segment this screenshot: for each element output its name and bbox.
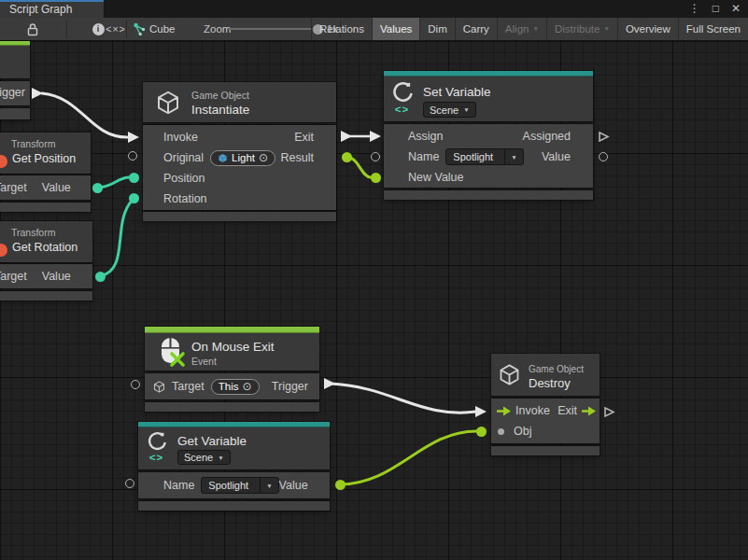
port-value-output[interactable] bbox=[92, 183, 103, 193]
port-trigger-output[interactable] bbox=[32, 88, 43, 99]
node-title: Get Position bbox=[12, 152, 76, 165]
port-label-target: Target bbox=[172, 380, 205, 393]
node-body[interactable]: Trigger bbox=[0, 81, 30, 105]
object-picker-icon[interactable]: ⊙ bbox=[259, 152, 268, 163]
target-object-field[interactable]: This ⊙ bbox=[211, 379, 260, 395]
full-screen-button[interactable]: Full Screen bbox=[678, 18, 748, 40]
port-target-input[interactable] bbox=[131, 380, 140, 389]
variable-name-dropdown[interactable]: Spotlight ▼ bbox=[201, 477, 278, 494]
dim-button[interactable]: Dim bbox=[419, 18, 454, 40]
wire-trigger-to-invoke[interactable] bbox=[42, 93, 127, 137]
relations-button[interactable]: Relations bbox=[311, 18, 372, 40]
node-body[interactable]: Target Value bbox=[0, 264, 92, 288]
port-new-value-input[interactable] bbox=[371, 173, 381, 183]
port-value-output[interactable] bbox=[599, 152, 608, 161]
chevron-down-icon: ▼ bbox=[504, 149, 522, 164]
port-assign-input[interactable] bbox=[370, 131, 381, 142]
port-label-trigger: Trigger bbox=[272, 380, 308, 393]
port-label-new-value: New Value bbox=[408, 171, 464, 184]
node-footer bbox=[143, 212, 336, 221]
node-header[interactable]: <> Set Variable Scene ▼ bbox=[384, 77, 593, 121]
node-body[interactable]: Name Spotlight ▼ Value bbox=[138, 472, 330, 498]
original-object-field[interactable]: Light ⊙ bbox=[210, 150, 275, 166]
port-name-input[interactable] bbox=[125, 479, 134, 488]
node-title: Set Variable bbox=[423, 85, 491, 99]
port-label-position: Position bbox=[163, 172, 205, 185]
carry-button[interactable]: Carry bbox=[455, 18, 497, 40]
toolbar-separator bbox=[126, 20, 127, 38]
chevron-down-icon: ▼ bbox=[260, 478, 277, 493]
lock-button[interactable] bbox=[22, 18, 43, 40]
event-color-bar bbox=[145, 327, 319, 333]
wires-layer bbox=[0, 41, 748, 560]
port-trigger-output[interactable] bbox=[324, 378, 335, 389]
zoom-slider-track[interactable] bbox=[228, 28, 312, 30]
node-category: Transform bbox=[11, 227, 55, 238]
game-object-cube-icon bbox=[152, 380, 166, 394]
flow-arrow-icon bbox=[496, 406, 512, 416]
wire-mouse-exit-to-destroy[interactable] bbox=[330, 384, 476, 413]
node-header[interactable]: Transform Get Rotation bbox=[0, 221, 92, 262]
window-controls: ⋮ □ ✕ bbox=[689, 2, 741, 16]
tab-script-graph[interactable]: Script Graph bbox=[0, 0, 104, 18]
tab-title: Script Graph bbox=[9, 3, 72, 16]
port-label-value: Value bbox=[42, 270, 71, 283]
maximize-icon[interactable]: □ bbox=[713, 2, 719, 16]
node-header[interactable]: Transform Get Position bbox=[0, 133, 91, 174]
align-button[interactable]: Align▼ bbox=[497, 18, 546, 40]
node-subtitle: Event bbox=[191, 356, 217, 367]
variable-glyph-icon: <> bbox=[145, 452, 168, 463]
variable-scope-dropdown[interactable]: Scene ▼ bbox=[177, 450, 231, 465]
port-invoke-input[interactable] bbox=[128, 132, 139, 143]
port-exit-output[interactable] bbox=[341, 131, 352, 142]
close-icon[interactable]: ✕ bbox=[731, 2, 741, 16]
node-header[interactable]: Game Object Destroy bbox=[491, 354, 600, 396]
port-label-invoke: Invoke bbox=[163, 131, 198, 144]
variable-name-dropdown[interactable]: Spotlight ▼ bbox=[445, 148, 523, 165]
port-result-output[interactable] bbox=[342, 152, 352, 162]
node-body[interactable]: Target This ⊙ Trigger bbox=[145, 373, 319, 399]
overview-button[interactable]: Overview bbox=[617, 18, 678, 40]
port-label-exit: Exit bbox=[557, 404, 577, 417]
port-value-output[interactable] bbox=[95, 272, 106, 282]
port-invoke-input[interactable] bbox=[475, 406, 487, 417]
node-body[interactable]: Invoke Exit Obj bbox=[491, 399, 600, 443]
graph-owner-button[interactable] bbox=[132, 18, 147, 40]
window-menu-icon[interactable]: ⋮ bbox=[689, 2, 700, 16]
target-object-value: This bbox=[219, 381, 239, 392]
code-icon: <×> bbox=[106, 23, 125, 35]
node-header[interactable] bbox=[0, 46, 30, 78]
distribute-button[interactable]: Distribute▼ bbox=[546, 18, 617, 40]
graph-hierarchy-icon bbox=[133, 22, 147, 36]
wire-variable-to-obj[interactable] bbox=[340, 431, 476, 484]
object-picker-icon[interactable]: ⊙ bbox=[242, 381, 251, 392]
node-header[interactable]: Game Object Instantiate bbox=[143, 82, 336, 122]
values-button[interactable]: Values bbox=[372, 18, 419, 40]
node-body[interactable]: Target Value bbox=[0, 175, 91, 200]
graph-canvas[interactable]: Trigger Transform Get Position Target Va… bbox=[0, 41, 748, 560]
node-body[interactable]: Invoke Exit Original Light ⊙ Result Posi… bbox=[143, 125, 336, 210]
chevron-down-icon: ▼ bbox=[603, 25, 609, 32]
code-view-button[interactable]: <×> bbox=[103, 18, 129, 40]
port-name-input[interactable] bbox=[371, 152, 380, 161]
variable-scope-dropdown[interactable]: Scene ▼ bbox=[423, 102, 476, 118]
port-rotation-input[interactable] bbox=[129, 193, 139, 203]
node-body[interactable]: Assign Assigned Name Spotlight ▼ Value N… bbox=[384, 124, 593, 188]
node-header[interactable]: <> Get Variable Scene ▼ bbox=[138, 427, 330, 469]
port-assigned-output[interactable] bbox=[598, 131, 610, 143]
node-header[interactable]: On Mouse Exit Event bbox=[145, 333, 319, 371]
graph-owner-label: Cube bbox=[149, 18, 176, 40]
mouse-icon bbox=[156, 336, 186, 368]
toolbar-separator bbox=[66, 20, 67, 38]
port-label-invoke: Invoke bbox=[515, 404, 550, 417]
obj-port-dot-icon bbox=[498, 428, 504, 435]
port-value-output[interactable] bbox=[335, 480, 346, 490]
node-title: On Mouse Exit bbox=[191, 340, 275, 354]
port-label-assign: Assign bbox=[408, 130, 444, 143]
port-original-input[interactable] bbox=[128, 151, 137, 161]
wire-rotation-value[interactable] bbox=[100, 200, 133, 276]
transform-icon bbox=[0, 155, 7, 168]
port-exit-output[interactable] bbox=[603, 406, 615, 418]
port-obj-input[interactable] bbox=[476, 427, 487, 437]
port-position-input[interactable] bbox=[129, 173, 139, 183]
